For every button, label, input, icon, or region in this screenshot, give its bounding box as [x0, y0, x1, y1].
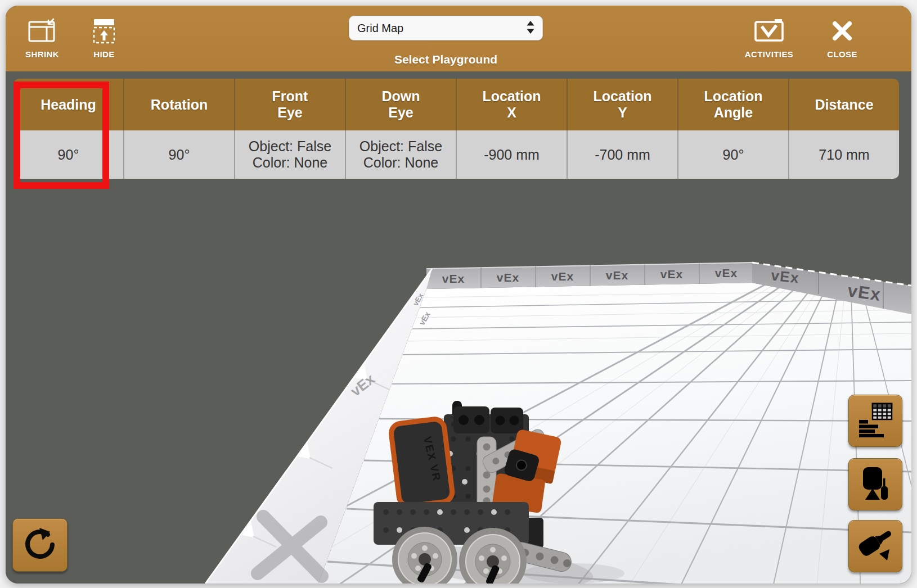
playground-3d-viewport[interactable]: vEx vEx vEx vEx vEx vEx vEx vEx — [6, 71, 911, 584]
value-distance: 710 mm — [788, 130, 899, 179]
shrink-button[interactable]: SHRINK — [15, 17, 69, 59]
value-front-eye: Object: False Color: None — [234, 130, 345, 179]
playground-select-value: Grid Map — [357, 22, 403, 35]
wall-logo: vEx — [442, 272, 465, 285]
wall-logo: vEx — [606, 269, 628, 282]
activities-button[interactable]: ACTIVITIES — [735, 17, 803, 59]
reset-position-button[interactable] — [12, 518, 68, 572]
col-header-front-eye: Front Eye — [234, 79, 345, 130]
shrink-label: SHRINK — [25, 49, 59, 59]
value-location-angle: 90° — [677, 130, 788, 179]
sensor-table-header: Heading Rotation Front Eye Down Eye Loca… — [14, 79, 899, 130]
col-header-location-y: Location Y — [567, 79, 677, 130]
sensor-table-values-row: 90° 90° Object: False Color: None Object… — [14, 130, 899, 179]
camera-angle-button[interactable] — [848, 520, 902, 572]
camera-follow-robot-button[interactable] — [848, 458, 902, 510]
close-x-icon — [830, 17, 854, 45]
sensor-dashboard-table: Heading Rotation Front Eye Down Eye Loca… — [14, 79, 899, 179]
select-playground-caption: Select Playground — [349, 53, 543, 66]
col-header-location-x: Location X — [456, 79, 567, 130]
close-button[interactable]: CLOSE — [814, 17, 870, 59]
col-header-down-eye: Down Eye — [345, 79, 456, 130]
hide-window-icon — [89, 17, 119, 45]
col-header-location-angle: Location Angle — [677, 79, 788, 130]
camera-follow-robot-icon — [858, 466, 892, 503]
wall-logo: vEx — [497, 271, 519, 284]
wall-logo: vEx — [770, 266, 801, 286]
playground-toolbar: SHRINK HIDE Grid Map Select — [6, 6, 911, 71]
robot-brain-panel: VEX VR — [390, 418, 453, 507]
wall-logo: vEx — [715, 266, 738, 279]
hide-label: HIDE — [93, 49, 114, 59]
camera-angle-icon — [858, 528, 893, 565]
reset-rotate-icon — [22, 527, 58, 564]
sensor-dashboard-icon — [858, 402, 893, 440]
playground-select[interactable]: Grid Map — [349, 16, 543, 40]
value-location-x: -900 mm — [456, 130, 567, 179]
hide-button[interactable]: HIDE — [79, 17, 129, 59]
wall-logo: vEx — [660, 268, 683, 281]
close-label: CLOSE — [827, 49, 857, 59]
shrink-window-icon — [28, 17, 57, 45]
heading-column-highlight — [14, 82, 109, 189]
up-down-arrows-icon — [527, 21, 534, 36]
sensor-dashboard-toggle-button[interactable] — [848, 395, 902, 447]
value-location-y: -700 mm — [567, 130, 677, 179]
col-header-rotation: Rotation — [123, 79, 234, 130]
value-rotation: 90° — [123, 130, 234, 179]
playground-window: SHRINK HIDE Grid Map Select — [6, 6, 911, 584]
col-header-distance: Distance — [788, 79, 899, 130]
activities-label: ACTIVITIES — [745, 49, 794, 59]
wall-logo: vEx — [551, 270, 574, 283]
value-down-eye: Object: False Color: None — [345, 130, 456, 179]
activities-folder-icon — [753, 17, 785, 45]
